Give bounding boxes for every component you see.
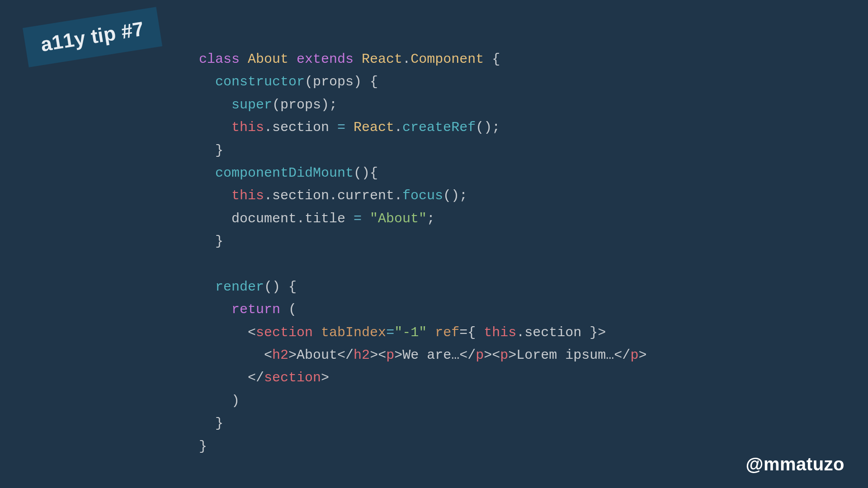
code-token (199, 120, 231, 135)
code-token: (); (476, 120, 500, 135)
code-token: focus (402, 188, 443, 203)
code-token: (props); (272, 97, 337, 113)
code-token: > (394, 347, 402, 363)
code-token (199, 74, 215, 89)
code-token: .section.current. (264, 188, 402, 203)
code-token: > (508, 347, 516, 363)
code-token: componentDidMount (215, 165, 354, 181)
code-token: > (370, 347, 378, 363)
code-token: return (231, 302, 280, 317)
code-token (199, 234, 215, 249)
code-token: } (215, 234, 223, 249)
code-token: p (476, 347, 484, 363)
code-token: (); (443, 188, 467, 203)
code-token: tabIndex (321, 325, 386, 340)
code-token: section (256, 325, 313, 340)
code-token: h2 (272, 347, 288, 363)
code-token (199, 347, 264, 363)
code-block: class About extends React.Component { co… (199, 48, 646, 458)
code-token: < (378, 347, 386, 363)
code-token: render (215, 279, 264, 295)
code-token: </ (459, 347, 476, 363)
code-token: Component (410, 52, 484, 67)
code-token: .section } (516, 325, 598, 340)
code-token: (){ (354, 165, 378, 181)
code-token: } (215, 416, 223, 431)
code-token: > (484, 347, 492, 363)
code-token: . (394, 120, 402, 135)
code-token (199, 370, 248, 385)
code-token: ; (427, 211, 435, 226)
code-token: ( (280, 302, 297, 317)
code-token: > (638, 347, 646, 363)
code-token: } (215, 143, 223, 158)
code-token: We are… (402, 347, 459, 363)
code-token: React (354, 120, 394, 135)
code-token: extends (297, 52, 354, 67)
code-token: this (484, 325, 516, 340)
code-token: > (321, 370, 329, 385)
code-token: </ (248, 370, 264, 385)
code-token (199, 211, 231, 226)
code-token (199, 325, 248, 340)
code-token (199, 188, 231, 203)
code-token: > (598, 325, 606, 340)
code-token (199, 416, 215, 431)
code-token: super (231, 97, 272, 113)
tip-badge-label: a11y tip #7 (39, 17, 145, 55)
code-token: About (297, 347, 337, 363)
code-token: < (248, 325, 256, 340)
code-token: Lorem ipsum… (516, 347, 614, 363)
slide: a11y tip #7 class About extends React.Co… (0, 0, 868, 488)
code-token (313, 325, 321, 340)
code-token: this (231, 188, 264, 203)
code-token: { (484, 52, 500, 67)
code-token: = (337, 120, 354, 135)
code-token: p (630, 347, 638, 363)
code-token: } (199, 439, 207, 454)
code-token: </ (614, 347, 630, 363)
code-token (199, 165, 215, 181)
code-token: () { (264, 279, 297, 295)
code-token: About (248, 52, 288, 67)
code-token: < (264, 347, 272, 363)
code-token: ref (435, 325, 459, 340)
code-token: < (492, 347, 500, 363)
author-handle-text: @mmatuzo (745, 454, 844, 474)
code-token (199, 393, 231, 408)
code-token: constructor (215, 74, 305, 89)
code-token: createRef (402, 120, 476, 135)
code-token: p (500, 347, 508, 363)
code-token: p (386, 347, 394, 363)
code-token: ) (231, 393, 240, 408)
code-token: ={ (459, 325, 484, 340)
code-token (199, 143, 215, 158)
code-token: </ (337, 347, 354, 363)
code-token: .section (264, 120, 337, 135)
code-token: . (402, 52, 410, 67)
code-token: h2 (354, 347, 370, 363)
code-token: class (199, 52, 240, 67)
code-token: section (264, 370, 321, 385)
author-handle: @mmatuzo (745, 454, 844, 474)
code-token: (props) { (305, 74, 378, 89)
tip-badge: a11y tip #7 (23, 7, 162, 67)
code-token: this (231, 120, 264, 135)
code-token: = (386, 325, 394, 340)
code-token: > (288, 347, 297, 363)
code-token: "-1" (394, 325, 427, 340)
code-token (199, 97, 231, 113)
code-token: "About" (370, 211, 427, 226)
code-token (199, 279, 215, 295)
code-token: React (362, 52, 402, 67)
code-token: document.title (231, 211, 354, 226)
code-token (427, 325, 435, 340)
code-token: = (354, 211, 370, 226)
code-token (199, 302, 231, 317)
